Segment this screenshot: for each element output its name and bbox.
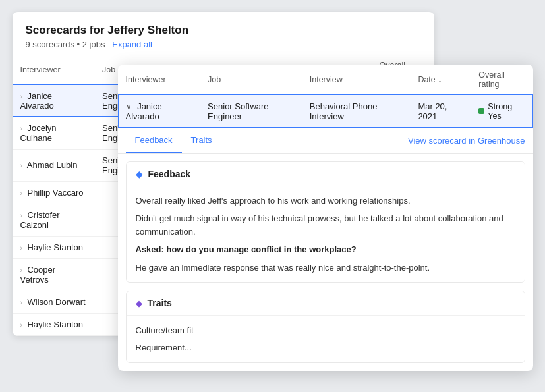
front-col-interviewer: Interviewer [118,65,200,94]
row-collapse-icon[interactable]: ∨ [126,102,132,111]
interviewer-name: Janice Alvarado [20,91,54,111]
row-expand-icon[interactable]: › [20,125,22,132]
expanded-interviewer-cell: ∨ Janice Alvarado [118,94,200,128]
tab-traits[interactable]: Traits [182,128,221,153]
row-expand-icon[interactable]: › [20,299,22,306]
trait-row-2: Requirement... [136,339,515,356]
row-expand-icon[interactable]: › [20,162,22,169]
traits-section-title: Traits [148,298,172,308]
interviewer-cell: › Janice Alvarado [13,84,94,117]
feedback-icon: ◆ [136,169,143,179]
interviewer-cell: › Wilson Dorwart [13,291,94,313]
interviewer-cell: › Haylie Stanton [13,236,94,258]
feedback-section-title: Feedback [148,169,191,179]
interviewer-name: Jocelyn Culhane [20,123,57,143]
card-meta: 9 scorecards • 2 jobs Expand all [26,40,421,49]
trait-row-1: Culture/team fit [136,322,515,339]
feedback-question: Asked: how do you manage conflict in the… [136,244,357,254]
expanded-interview-cell: Behavioral Phone Interview [302,94,411,128]
front-col-rating: Overall rating [471,65,532,94]
front-table-header-row: Interviewer Job Interview Date ↓ Overall… [118,65,533,94]
trait-label-1: Culture/team fit [136,325,194,335]
front-col-date[interactable]: Date ↓ [410,65,471,94]
feedback-para-4: He gave an immediate response that was r… [136,262,515,275]
col-interviewer: Interviewer [13,55,94,84]
expanded-date-cell: Mar 20, 2021 [410,94,471,128]
interviewer-cell: › Haylie Stanton [13,313,94,335]
feedback-section-body: Overall really liked Jeff's approach to … [127,186,525,283]
interviewer-name: Wilson Dorwart [27,297,85,307]
feedback-section-header: ◆ Feedback [127,162,525,186]
card-header: Scorecards for Jeffery Shelton 9 scoreca… [13,12,434,55]
interviewer-cell: › Phillip Vaccaro [13,181,94,204]
expanded-scorecard-card: Interviewer Job Interview Date ↓ Overall… [118,65,533,372]
scene: Scorecards for Jeffery Shelton 9 scoreca… [13,12,533,381]
row-expand-icon[interactable]: › [20,93,22,100]
row-expand-icon[interactable]: › [20,212,22,219]
front-col-interview: Interview [302,65,411,94]
expanded-rating-cell: Strong Yes [471,94,532,128]
tab-bar: Feedback Traits View scorecard in Greenh… [118,128,533,154]
interviewer-cell: › Ahmad Lubin [13,149,94,181]
expanded-rating-badge: Strong Yes [478,102,525,121]
feedback-para-3: Asked: how do you manage conflict in the… [136,243,515,256]
expanded-job-cell: Senior Software Engineer [200,94,302,128]
row-expand-icon[interactable]: › [20,190,22,197]
interviewer-name: Haylie Stanton [27,242,83,252]
interviewer-name: Phillip Vaccaro [27,188,83,198]
expand-all-link[interactable]: Expand all [112,40,152,49]
interviewer-name: Haylie Stanton [27,320,83,329]
scorecard-count: 9 scorecards • 2 jobs [26,40,105,49]
feedback-para-1: Overall really liked Jeff's approach to … [136,194,515,208]
traits-section-header: ◆ Traits [127,291,525,316]
interviewer-name: Ahmad Lubin [27,160,78,170]
front-table: Interviewer Job Interview Date ↓ Overall… [118,65,533,128]
tab-feedback[interactable]: Feedback [126,128,182,153]
row-expand-icon[interactable]: › [20,267,22,274]
interviewer-cell: › Cristofer Calzoni [13,204,94,236]
row-expand-icon[interactable]: › [20,244,22,252]
card-title: Scorecards for Jeffery Shelton [26,24,421,37]
expanded-table-row[interactable]: ∨ Janice Alvarado Senior Software Engine… [118,94,533,128]
expanded-rating-dot [478,108,484,114]
traits-section: ◆ Traits Culture/team fit Requirement... [126,291,525,363]
feedback-section: ◆ Feedback Overall really liked Jeff's a… [126,161,525,283]
interviewer-name: Cristofer Calzoni [20,210,60,230]
feedback-para-2: Didn't get much signal in way of his tec… [136,212,515,238]
row-expand-icon[interactable]: › [20,322,22,329]
front-col-job: Job [200,65,302,94]
view-scorecard-link[interactable]: View scorecard in Greenhouse [408,129,525,152]
traits-section-body: Culture/team fit Requirement... [127,316,525,362]
trait-label-2: Requirement... [136,343,192,352]
traits-icon: ◆ [136,298,142,308]
interviewer-cell: › Jocelyn Culhane [13,117,94,149]
interviewer-cell: › Cooper Vetrovs [13,258,94,291]
interviewer-name: Cooper Vetrovs [20,265,56,285]
expanded-rating-label: Strong Yes [488,102,525,121]
